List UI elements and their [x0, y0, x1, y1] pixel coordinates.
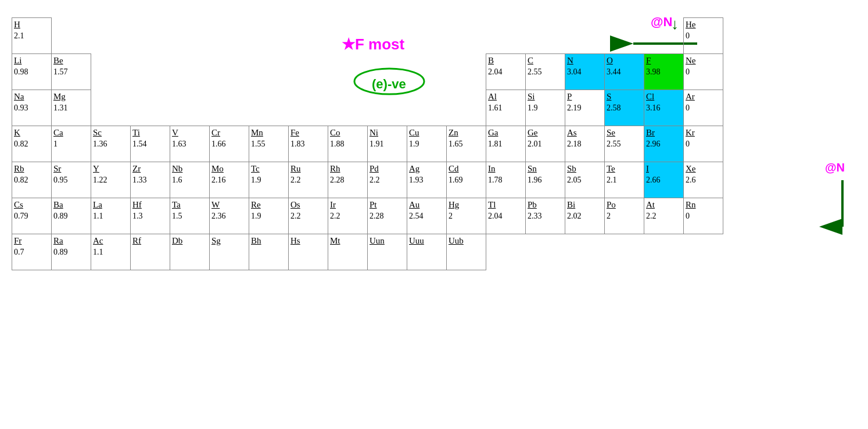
element-Sr: Sr0.95: [52, 162, 91, 198]
element-Ac: Ac1.1: [91, 234, 131, 270]
element-Cd: Cd1.69: [447, 162, 486, 198]
element-Rf: Rf: [131, 234, 170, 270]
element-Ti: Ti1.54: [131, 126, 170, 162]
element-P: P 2.19: [565, 90, 605, 126]
element-C: C 2.55: [526, 54, 565, 90]
element-Tc: Tc1.9: [249, 162, 289, 198]
element-Bh: Bh: [249, 234, 289, 270]
element-Zn: Zn1.65: [447, 126, 486, 162]
element-Ru: Ru2.2: [289, 162, 328, 198]
element-Fe: Fe1.83: [289, 126, 328, 162]
element-Uun: Uun: [368, 234, 407, 270]
element-Nb: Nb1.6: [170, 162, 210, 198]
element-Sc: Sc1.36: [91, 126, 131, 162]
empty-r7: [486, 234, 723, 270]
element-Mo: Mo2.16: [210, 162, 249, 198]
element-I: I2.66: [644, 162, 684, 198]
element-Cl: Cl 3.16: [644, 90, 684, 126]
element-Se: Se2.55: [605, 126, 644, 162]
element-Pb: Pb2.33: [526, 198, 565, 234]
element-N: N 3.04: [565, 54, 605, 90]
element-Xe: Xe2.6: [684, 162, 723, 198]
element-Cu: Cu1.9: [407, 126, 447, 162]
element-Ag: Ag1.93: [407, 162, 447, 198]
element-La: La1.1: [91, 198, 131, 234]
element-Hg: Hg2: [447, 198, 486, 234]
element-Sb: Sb2.05: [565, 162, 605, 198]
element-As: As2.18: [565, 126, 605, 162]
element-Pt: Pt2.28: [368, 198, 407, 234]
element-Pd: Pd2.2: [368, 162, 407, 198]
element-At: At2.2: [644, 198, 684, 234]
empty-space-r1: [52, 18, 684, 54]
element-Bi: Bi2.02: [565, 198, 605, 234]
element-K: K0.82: [12, 126, 52, 162]
element-Al: Al 1.61: [486, 90, 526, 126]
element-Ra: Ra0.89: [52, 234, 91, 270]
element-Rh: Rh2.28: [328, 162, 368, 198]
element-Na: Na 0.93: [12, 90, 52, 126]
element-Os: Os2.2: [289, 198, 328, 234]
element-Si: Si 1.9: [526, 90, 565, 126]
element-Ge: Ge2.01: [526, 126, 565, 162]
element-Ca: Ca1: [52, 126, 91, 162]
element-Hf: Hf1.3: [131, 198, 170, 234]
empty-space-r2: [91, 54, 486, 90]
element-He: He 0: [684, 18, 723, 54]
element-Rb: Rb0.82: [12, 162, 52, 198]
element-Ir: Ir2.2: [328, 198, 368, 234]
element-Mn: Mn1.55: [249, 126, 289, 162]
element-B: B 2.04: [486, 54, 526, 90]
element-H: H 2.1: [12, 18, 52, 54]
element-Sn: Sn1.96: [526, 162, 565, 198]
element-Uuu: Uuu: [407, 234, 447, 270]
element-Kr: Kr0: [684, 126, 723, 162]
element-Rn: Rn0: [684, 198, 723, 234]
empty-space-r3: [91, 90, 486, 126]
element-Co: Co1.88: [328, 126, 368, 162]
element-O: O 3.44: [605, 54, 644, 90]
element-Re: Re1.9: [249, 198, 289, 234]
element-Uub: Uub: [447, 234, 486, 270]
periodic-table: H 2.1 He 0 Li 0.98 Be 1.57 B 2.04: [12, 17, 723, 270]
element-Db: Db: [170, 234, 210, 270]
element-Zr: Zr1.33: [131, 162, 170, 198]
element-Be: Be 1.57: [52, 54, 91, 90]
svg-text:@N: @N: [825, 161, 845, 174]
element-Mt: Mt: [328, 234, 368, 270]
element-Sg: Sg: [210, 234, 249, 270]
element-Te: Te2.1: [605, 162, 644, 198]
element-F: F 3.98: [644, 54, 684, 90]
element-Ba: Ba0.89: [52, 198, 91, 234]
element-S: S 2.58: [605, 90, 644, 126]
element-W: W2.36: [210, 198, 249, 234]
element-In: In1.78: [486, 162, 526, 198]
element-Br: Br2.96: [644, 126, 684, 162]
element-Cr: Cr1.66: [210, 126, 249, 162]
element-Ta: Ta1.5: [170, 198, 210, 234]
element-Mg: Mg 1.31: [52, 90, 91, 126]
element-Ne: Ne 0: [684, 54, 723, 90]
element-Cs: Cs0.79: [12, 198, 52, 234]
element-Fr: Fr0.7: [12, 234, 52, 270]
element-Ni: Ni1.91: [368, 126, 407, 162]
element-Tl: Tl2.04: [486, 198, 526, 234]
element-Ga: Ga1.81: [486, 126, 526, 162]
element-Hs: Hs: [289, 234, 328, 270]
element-Po: Po2: [605, 198, 644, 234]
element-Ar: Ar 0: [684, 90, 723, 126]
element-Au: Au2.54: [407, 198, 447, 234]
element-V: V1.63: [170, 126, 210, 162]
element-Li: Li 0.98: [12, 54, 52, 90]
element-Y: Y1.22: [91, 162, 131, 198]
